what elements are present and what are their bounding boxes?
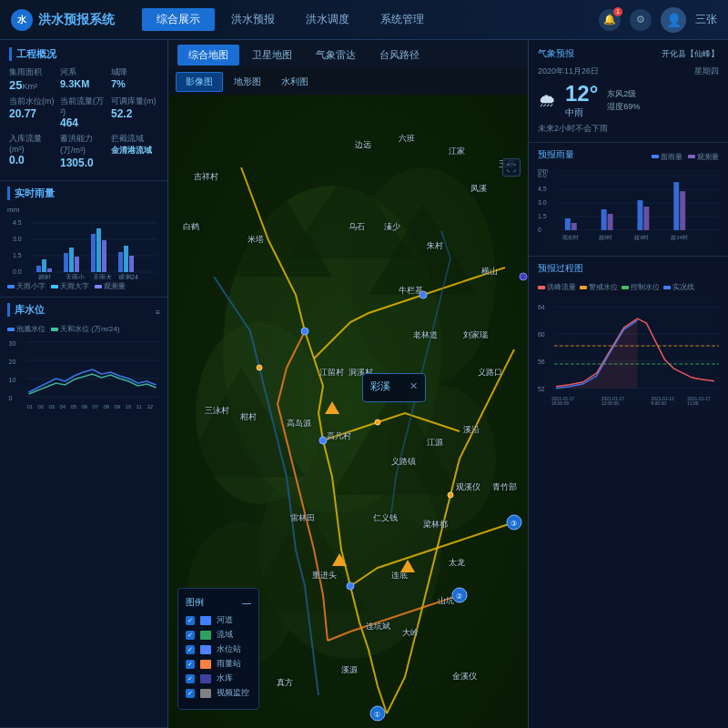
legend-check-river[interactable]: ✓ xyxy=(186,616,195,625)
legend-reservoir: ✓ 水库 xyxy=(186,672,251,684)
nav-item-flood-forecast[interactable]: 洪水预报 xyxy=(217,8,289,31)
settings-icon[interactable]: ⚙ xyxy=(630,9,652,31)
stat-area-value: 25 xyxy=(9,78,22,92)
legend-dot-w2 xyxy=(51,328,58,331)
label-mita: 米塔 xyxy=(248,234,264,246)
legend-check-rain-station[interactable]: ✓ xyxy=(186,660,195,669)
svg-marker-52 xyxy=(369,204,478,295)
svg-point-63 xyxy=(520,273,527,280)
nav-item-system[interactable]: 系统管理 xyxy=(366,8,439,31)
legend-dot-obs-rain xyxy=(688,155,695,158)
water-title: 库水位 xyxy=(7,303,45,317)
svg-text:12: 12 xyxy=(147,404,154,410)
legend-collapse-button[interactable]: — xyxy=(242,598,251,608)
rain-section: 实时雨量 mm 4.5 3.0 1.5 0.0 xyxy=(0,181,167,298)
tab-radar[interactable]: 气象雷达 xyxy=(305,45,367,66)
fullscreen-button[interactable]: ⛶ xyxy=(502,158,521,177)
legend-dot-2 xyxy=(51,285,58,288)
svg-marker-53 xyxy=(177,368,305,477)
weather-section: 气象预报 开化县【仙峰】 2020年11月26日 星期四 🌧 12° 中雨 东风… xyxy=(529,40,728,143)
warning-marker-2[interactable] xyxy=(330,551,349,569)
legend-rain3: 观测量 xyxy=(95,281,126,291)
svg-marker-50 xyxy=(223,186,332,277)
process-section: 预报过程图 洪峰流量 警戒水位 控制水位 实况线 xyxy=(529,257,728,728)
label-daling: 大岭 xyxy=(402,627,419,639)
forecast-section: 预报雨量 面雨量 观测量 6.0 4.5 3.0 xyxy=(529,143,728,257)
notification-icon[interactable]: 🔔 1 xyxy=(599,9,621,31)
weather-day: 星期四 xyxy=(694,66,719,77)
legend-color-cctv xyxy=(200,689,211,698)
svg-point-46 xyxy=(196,322,323,504)
tab-composite[interactable]: 综合地图 xyxy=(177,45,239,66)
tab-typhoon[interactable]: 台风路径 xyxy=(369,45,430,66)
label-fengxi: 凤溪 xyxy=(470,183,487,195)
svg-marker-55 xyxy=(241,504,369,613)
popup-close-button[interactable]: ✕ xyxy=(410,380,418,392)
stat-capacity-value: 52.2 xyxy=(111,107,158,120)
svg-text:11: 11 xyxy=(136,404,143,410)
legend-check-basin[interactable]: ✓ xyxy=(186,631,195,640)
left-panel: 工程概况 集雨面积 25Km² 河系 9.3KM 城降 7% 当前水位(m) xyxy=(0,40,168,728)
sub-tab-water[interactable]: 水利图 xyxy=(272,73,318,91)
stat-inflow-label: 入库流量(m³) xyxy=(9,133,56,154)
stat-river-label: 河系 xyxy=(60,66,107,78)
legend-color-river xyxy=(200,616,211,625)
svg-text:①: ① xyxy=(374,711,380,719)
sub-tab-image[interactable]: 影像图 xyxy=(176,72,223,92)
user-name: 三张 xyxy=(695,12,717,27)
weather-forecast-desc: 未来2小时不会下雨 xyxy=(538,123,719,135)
sub-tab-terrain[interactable]: 地形图 xyxy=(225,73,270,91)
svg-text:3.0: 3.0 xyxy=(538,199,547,206)
user-avatar[interactable]: 👤 xyxy=(661,7,686,33)
label-yilu: 义路口 xyxy=(478,367,502,379)
label-jiangliu: 江留村 xyxy=(319,367,344,379)
label-gancun: 柑村 xyxy=(240,411,257,423)
label-wushi: 乌石 xyxy=(349,221,365,233)
stat-level-value: 20.77 xyxy=(9,107,56,120)
svg-point-64 xyxy=(370,706,385,721)
svg-rect-84 xyxy=(608,214,613,230)
stat-area: 集雨面积 25Km² xyxy=(9,66,56,92)
label-chongjin: 重进头 xyxy=(312,570,337,581)
stats-row1: 集雨面积 25Km² 河系 9.3KM 城降 7% xyxy=(9,66,158,92)
stats-row2: 当前水位(m) 20.77 当前流量(万³) 464 可调库量(m) 52.2 xyxy=(9,96,158,129)
legend-control-level: 控制水位 xyxy=(622,282,660,292)
nav-item-dashboard[interactable]: 综合展示 xyxy=(142,8,215,31)
warning-triangle-1 xyxy=(325,401,339,414)
weather-condition-icon: 🌧 xyxy=(538,90,556,111)
svg-point-66 xyxy=(452,588,467,602)
map-background[interactable]: ① ② ③ 吉祥村 边远 六班 江家 白鹤 凤溪 玉泉 米塔 乌石 溱少 朱村 … xyxy=(168,95,528,728)
stat-river-value: 9.3KM xyxy=(60,78,107,89)
legend-title: 图例 xyxy=(186,596,204,609)
svg-point-58 xyxy=(347,582,354,590)
svg-text:天雨小: 天雨小 xyxy=(66,274,85,279)
legend-check-water-station[interactable]: ✓ xyxy=(186,645,195,654)
svg-text:0: 0 xyxy=(538,227,541,233)
stats-row3: 入库流量(m³) 0.0 蓄洪能力(万/m³) 1305.0 拦截流域 金清港流… xyxy=(9,133,158,169)
water-section: 库水位 ≡ 泡溅水位 天和水位 (万m/24) xyxy=(0,298,167,728)
map-tabs: 综合地图 卫星地图 气象雷达 台风路径 xyxy=(168,40,528,69)
svg-text:超5时: 超5时 xyxy=(599,235,612,240)
svg-point-60 xyxy=(257,365,262,370)
tab-satellite[interactable]: 卫星地图 xyxy=(241,45,303,66)
legend-check-cctv[interactable]: ✓ xyxy=(186,689,195,698)
stat-storage-label: 蓄洪能力(万/m³) xyxy=(60,133,107,157)
legend-dot-w1 xyxy=(7,328,15,331)
svg-text:05: 05 xyxy=(71,404,77,410)
legend-check-reservoir[interactable]: ✓ xyxy=(186,674,195,683)
legend-actual-line: 实况线 xyxy=(663,282,694,292)
warning-marker-3[interactable] xyxy=(399,557,417,575)
warning-marker-1[interactable] xyxy=(323,399,341,417)
stat-river: 河系 9.3KM xyxy=(60,66,107,92)
legend-face-rain: 面雨量 xyxy=(652,152,682,162)
stat-city-label: 城降 xyxy=(111,66,158,78)
weather-title: 气象预报 xyxy=(538,47,574,60)
right-panel: 气象预报 开化县【仙峰】 2020年11月26日 星期四 🌧 12° 中雨 东风… xyxy=(528,40,728,728)
svg-text:③: ③ xyxy=(511,520,517,528)
nav-item-flood-dispatch[interactable]: 洪水调度 xyxy=(291,8,364,31)
svg-text:52: 52 xyxy=(538,386,545,392)
legend-warning-level: 警戒水位 xyxy=(580,282,618,292)
svg-text:56: 56 xyxy=(538,359,545,365)
legend-water2: 天和水位 (万m/24) xyxy=(51,324,119,334)
map-popup: 彩溪 ✕ xyxy=(362,373,426,402)
